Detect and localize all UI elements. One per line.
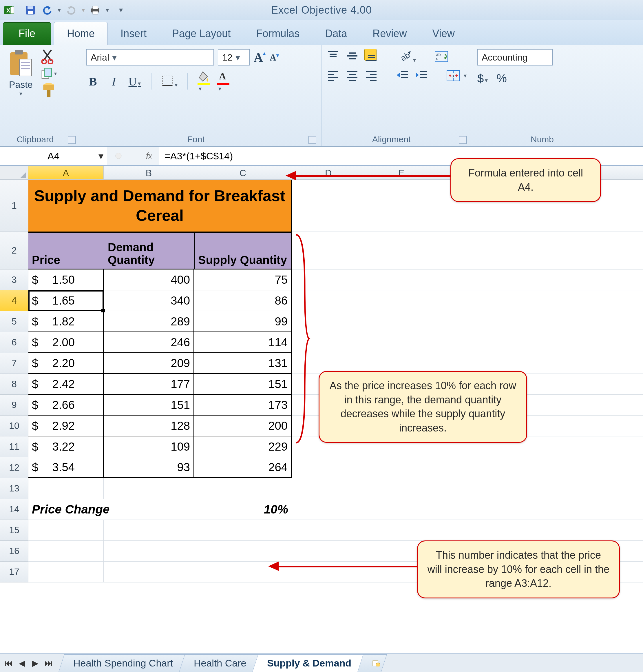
align-top-icon[interactable] bbox=[327, 50, 339, 63]
cell-supply[interactable]: 86 bbox=[194, 290, 292, 311]
tab-page-layout[interactable]: Page Layout bbox=[159, 22, 243, 45]
cell-price[interactable]: $1.82 bbox=[28, 311, 104, 332]
row-header[interactable]: 10 bbox=[0, 416, 28, 436]
cell[interactable] bbox=[292, 541, 365, 562]
row-header[interactable]: 11 bbox=[0, 436, 28, 457]
tab-view[interactable]: View bbox=[420, 22, 467, 45]
column-header-d[interactable]: D bbox=[292, 166, 365, 180]
cell[interactable] bbox=[104, 562, 194, 583]
cell[interactable] bbox=[438, 332, 643, 353]
align-bottom-icon[interactable] bbox=[365, 50, 378, 63]
select-all-corner[interactable] bbox=[0, 166, 28, 180]
paste-dropdown-icon[interactable]: ▾ bbox=[5, 90, 36, 97]
format-painter-icon[interactable] bbox=[40, 84, 57, 98]
cell[interactable] bbox=[104, 541, 194, 562]
cell-demand[interactable]: 109 bbox=[104, 436, 194, 457]
align-right-icon[interactable] bbox=[365, 69, 378, 83]
cell-demand[interactable]: 246 bbox=[104, 332, 194, 353]
bold-button[interactable]: B bbox=[86, 75, 100, 88]
cell-demand[interactable]: 151 bbox=[104, 395, 194, 416]
cell[interactable] bbox=[438, 311, 643, 332]
cell[interactable] bbox=[438, 520, 643, 541]
cell-price[interactable]: $2.00 bbox=[28, 332, 104, 353]
tab-insert[interactable]: Insert bbox=[108, 22, 159, 45]
cell-price[interactable]: $2.66 bbox=[28, 395, 104, 416]
cell[interactable] bbox=[438, 457, 643, 478]
cell-price[interactable]: $2.42 bbox=[28, 374, 104, 395]
cell-price[interactable]: $2.20 bbox=[28, 353, 104, 374]
cell[interactable] bbox=[438, 290, 643, 311]
row-header[interactable]: 8 bbox=[0, 374, 28, 395]
cell-supply[interactable]: 75 bbox=[194, 269, 292, 290]
cell-supply[interactable]: 173 bbox=[194, 395, 292, 416]
row-header-1[interactable]: 1 bbox=[0, 180, 28, 232]
cell[interactable] bbox=[194, 541, 292, 562]
cell[interactable] bbox=[438, 478, 643, 499]
row-header[interactable]: 17 bbox=[0, 562, 28, 583]
cell[interactable] bbox=[365, 520, 438, 541]
insert-function-button[interactable]: fx bbox=[139, 147, 159, 165]
cell[interactable] bbox=[194, 478, 292, 499]
undo-icon[interactable] bbox=[41, 4, 53, 16]
cell-price[interactable]: $3.54 bbox=[28, 457, 104, 478]
clipboard-dialog-launcher[interactable] bbox=[68, 136, 76, 144]
column-header-b[interactable]: B bbox=[104, 166, 194, 180]
cell[interactable] bbox=[365, 290, 438, 311]
cell[interactable] bbox=[292, 499, 365, 520]
row-header-13[interactable]: 13 bbox=[0, 478, 28, 499]
tab-file[interactable]: File bbox=[3, 22, 51, 45]
accounting-format-button[interactable]: $▾ bbox=[477, 72, 488, 85]
tab-home[interactable]: Home bbox=[54, 22, 108, 45]
sheet-nav-first-icon[interactable]: ⏮ bbox=[3, 657, 14, 669]
paste-button[interactable]: Paste ▾ bbox=[5, 49, 36, 97]
row-header[interactable]: 6 bbox=[0, 332, 28, 353]
print-icon[interactable] bbox=[89, 4, 102, 16]
wrap-text-button[interactable]: abc bbox=[435, 51, 448, 62]
font-dialog-launcher[interactable] bbox=[308, 136, 316, 144]
row-header[interactable]: 5 bbox=[0, 311, 28, 332]
cell[interactable] bbox=[292, 457, 365, 478]
row-header[interactable]: 15 bbox=[0, 520, 28, 541]
row-header[interactable]: 12 bbox=[0, 457, 28, 478]
decrease-indent-icon[interactable] bbox=[396, 69, 409, 83]
row-header-2[interactable]: 2 bbox=[0, 232, 28, 269]
row-header[interactable]: 16 bbox=[0, 541, 28, 562]
header-supply[interactable]: Supply Quantity bbox=[194, 232, 292, 269]
cell-demand[interactable]: 289 bbox=[104, 311, 194, 332]
cell[interactable] bbox=[292, 520, 365, 541]
merge-center-button[interactable]: a▾ bbox=[446, 70, 466, 81]
tab-review[interactable]: Review bbox=[360, 22, 420, 45]
sheet-tab-health-care[interactable]: Health Care bbox=[179, 654, 261, 672]
cell[interactable] bbox=[28, 541, 104, 562]
cell[interactable] bbox=[365, 311, 438, 332]
sheet-title-cell[interactable]: Supply and Demand for Breakfast Cereal bbox=[28, 180, 292, 232]
borders-button[interactable]: ▾ bbox=[161, 75, 178, 88]
cell-demand[interactable]: 209 bbox=[104, 353, 194, 374]
cell[interactable] bbox=[365, 478, 438, 499]
cell-supply[interactable]: 99 bbox=[194, 311, 292, 332]
font-color-button[interactable]: A ▾ bbox=[217, 71, 229, 92]
cell-supply[interactable]: 151 bbox=[194, 374, 292, 395]
name-box-dropdown-icon[interactable]: ▾ bbox=[98, 150, 104, 162]
cell[interactable] bbox=[365, 180, 438, 232]
cell[interactable] bbox=[365, 457, 438, 478]
cell-supply[interactable]: 114 bbox=[194, 332, 292, 353]
sheet-nav-last-icon[interactable]: ⏭ bbox=[43, 657, 54, 669]
cell[interactable] bbox=[365, 332, 438, 353]
cut-icon[interactable] bbox=[40, 49, 57, 63]
cell[interactable] bbox=[438, 269, 643, 290]
cell[interactable] bbox=[438, 499, 643, 520]
cell[interactable] bbox=[104, 520, 194, 541]
font-name-combo[interactable]: Arial▾ bbox=[86, 49, 214, 65]
row-header[interactable]: 3 bbox=[0, 269, 28, 290]
cell-demand[interactable]: 128 bbox=[104, 416, 194, 436]
cell-price[interactable]: $2.92 bbox=[28, 416, 104, 436]
sheet-tab-health-spending[interactable]: Health Spending Chart bbox=[59, 654, 188, 672]
align-center-icon[interactable] bbox=[346, 69, 359, 83]
cell-supply[interactable]: 229 bbox=[194, 436, 292, 457]
price-change-value[interactable]: 10% bbox=[194, 499, 292, 520]
save-icon[interactable] bbox=[24, 4, 37, 16]
column-header-e[interactable]: E bbox=[365, 166, 438, 180]
cell[interactable] bbox=[292, 180, 365, 232]
cell-price[interactable]: $1.65 bbox=[28, 290, 104, 311]
